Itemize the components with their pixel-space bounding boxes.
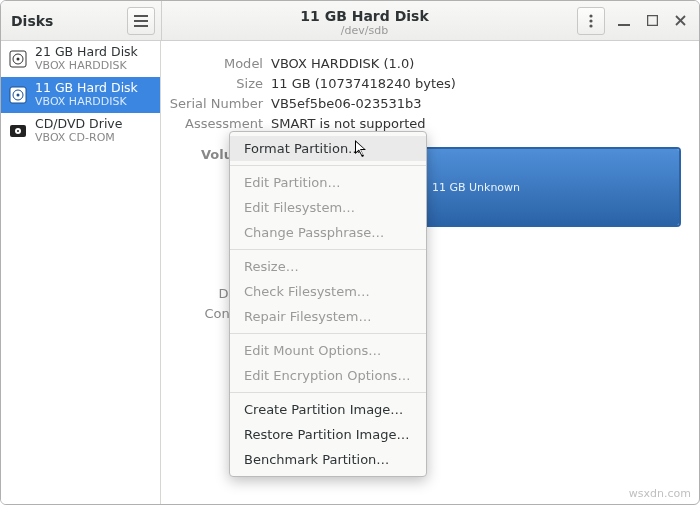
menu-item[interactable]: Restore Partition Image… [230, 422, 426, 447]
label-assessment: Assessment [165, 116, 271, 131]
partition-label: 11 GB Unknown [432, 181, 520, 194]
row-size: Size 11 GB (10737418240 bytes) [165, 73, 681, 93]
menu-item: Resize… [230, 254, 426, 279]
row-assessment: Assessment SMART is not supported [165, 113, 681, 133]
header-center: 11 GB Hard Disk /dev/sdb [162, 4, 567, 37]
hdd-icon [7, 84, 29, 106]
app-title: Disks [11, 13, 53, 29]
volume-context-menu: Format Partition…Edit Partition…Edit Fil… [229, 131, 427, 477]
disk-item-subtitle: VBOX HARDDISK [35, 95, 138, 109]
minimize-icon [618, 15, 630, 27]
disk-subtitle: /dev/sdb [162, 24, 567, 37]
menu-item: Repair Filesystem… [230, 304, 426, 329]
disk-title: 11 GB Hard Disk [162, 8, 567, 24]
maximize-button[interactable] [643, 12, 661, 30]
menu-separator [230, 392, 426, 393]
menu-item: Edit Partition… [230, 170, 426, 195]
disk-item-21gb[interactable]: 21 GB Hard Disk VBOX HARDDISK [1, 41, 160, 77]
disk-item-title: 11 GB Hard Disk [35, 81, 138, 95]
svg-marker-22 [356, 142, 364, 155]
value-size: 11 GB (10737418240 bytes) [271, 76, 456, 91]
svg-point-5 [589, 24, 592, 27]
svg-rect-0 [134, 15, 148, 17]
optical-drive-icon [7, 120, 29, 142]
watermark: wsxdn.com [629, 487, 691, 500]
mouse-cursor-icon [355, 140, 369, 158]
svg-rect-1 [134, 20, 148, 22]
svg-point-3 [589, 14, 592, 17]
menu-item: Edit Mount Options… [230, 338, 426, 363]
svg-point-12 [17, 58, 20, 61]
menu-item: Edit Encryption Options… [230, 363, 426, 388]
svg-rect-2 [134, 25, 148, 27]
header-bar: Disks 11 GB Hard Disk /dev/sdb [1, 1, 699, 41]
menu-item: Check Filesystem… [230, 279, 426, 304]
hdd-icon [7, 48, 29, 70]
menu-separator [230, 165, 426, 166]
hamburger-icon [134, 15, 148, 27]
menu-separator [230, 333, 426, 334]
svg-rect-7 [647, 16, 657, 26]
disk-item-subtitle: VBOX CD-ROM [35, 131, 122, 145]
header-left: Disks [1, 7, 161, 35]
disk-item-11gb[interactable]: 11 GB Hard Disk VBOX HARDDISK [1, 77, 160, 113]
menu-separator [230, 249, 426, 250]
app-menu-button[interactable] [127, 7, 155, 35]
sidebar: 21 GB Hard Disk VBOX HARDDISK 11 GB Hard… [1, 41, 161, 504]
menu-item: Change Passphrase… [230, 220, 426, 245]
minimize-button[interactable] [615, 12, 633, 30]
kebab-icon [589, 14, 593, 28]
close-button[interactable] [671, 12, 689, 30]
svg-point-18 [17, 130, 19, 132]
menu-item: Edit Filesystem… [230, 195, 426, 220]
header-right [567, 7, 699, 35]
disk-item-title: 21 GB Hard Disk [35, 45, 138, 59]
value-assessment: SMART is not supported [271, 116, 426, 131]
disk-item-subtitle: VBOX HARDDISK [35, 59, 138, 73]
label-size: Size [165, 76, 271, 91]
value-serial: VB5ef5be06-023531b3 [271, 96, 422, 111]
label-model: Model [165, 56, 271, 71]
maximize-icon [647, 15, 658, 26]
row-model: Model VBOX HARDDISK (1.0) [165, 53, 681, 73]
value-model: VBOX HARDDISK (1.0) [271, 56, 414, 71]
row-serial: Serial Number VB5ef5be06-023531b3 [165, 93, 681, 113]
menu-item[interactable]: Benchmark Partition… [230, 447, 426, 472]
close-icon [675, 15, 686, 26]
svg-point-15 [17, 94, 20, 97]
menu-item[interactable]: Create Partition Image… [230, 397, 426, 422]
svg-rect-6 [618, 24, 630, 26]
label-serial: Serial Number [165, 96, 271, 111]
menu-item[interactable]: Format Partition… [230, 136, 426, 161]
disk-item-title: CD/DVD Drive [35, 117, 122, 131]
svg-point-4 [589, 19, 592, 22]
disk-item-cddvd[interactable]: CD/DVD Drive VBOX CD-ROM [1, 113, 160, 149]
disk-menu-button[interactable] [577, 7, 605, 35]
